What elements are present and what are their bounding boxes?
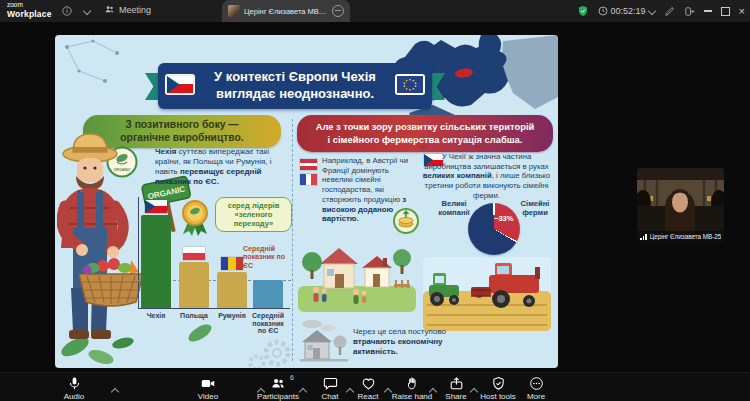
toolbar-audio-button[interactable]: Audio [44, 376, 104, 401]
hand-icon [405, 376, 420, 391]
footer-note: Через це села поступово втрачають економ… [353, 327, 471, 357]
tab-meeting[interactable]: Meeting [104, 4, 151, 15]
toolbar-raise-hand-chevron[interactable] [430, 381, 436, 399]
annotate-pen-icon[interactable] [664, 6, 675, 17]
bar-1 [179, 262, 209, 308]
green-medal-icon [177, 198, 213, 236]
chart-x-axis [138, 308, 290, 309]
pl-flag-icon [183, 247, 205, 260]
active-meeting-tab[interactable]: Церінг Єлизавета МВ-25001м's : [222, 0, 350, 22]
toolbar-video-chevron[interactable] [258, 381, 264, 399]
participant-video-tile[interactable]: Церінг Єлизавета МВ-25001м [637, 168, 724, 242]
toolbar-react-chevron[interactable] [385, 381, 391, 399]
bar-0 [141, 215, 171, 308]
shared-screen-area: У контексті Європи Чехія виглядає неодно… [0, 22, 750, 372]
toolbar-audio-label: Audio [64, 392, 84, 401]
toolbar-chat-chevron[interactable] [347, 381, 353, 399]
toolbar-video-button[interactable]: Video [178, 376, 238, 401]
meeting-timer[interactable]: 00:52:19 [598, 6, 655, 16]
harvester-illustration [423, 257, 551, 335]
audio-level-icon [640, 233, 647, 240]
left-panel-body: Чехія суттєво випереджає такі країни, як… [155, 147, 288, 187]
toolbar-participants-chevron[interactable] [300, 381, 306, 399]
share-icon [449, 376, 464, 391]
clock-icon [598, 6, 608, 16]
minimize-button[interactable] [704, 10, 712, 12]
toolbar-react-label: React [358, 392, 379, 401]
info-icon[interactable] [62, 6, 72, 16]
right-banner-line2: і сімейного фермерства ситуація слабша. [297, 134, 553, 146]
toolbar-share-label: Share [445, 392, 466, 401]
title-bar: zoom Workplace Meeting Церінг Єлизавета … [0, 0, 750, 22]
chat-icon [323, 376, 338, 391]
meeting-icon [104, 4, 115, 15]
toolbar-share-chevron[interactable] [471, 381, 477, 399]
toolbar-more-label: More [527, 392, 545, 401]
shield-icon [491, 376, 506, 391]
timer-chevron-icon [647, 7, 655, 15]
farm-ownership-pie-chart: ~33% [468, 203, 520, 255]
popout-icon[interactable] [684, 6, 695, 17]
vegetable-basket [79, 258, 143, 306]
family-village-illustration [298, 228, 416, 316]
camera-icon [200, 376, 216, 391]
presentation-slide: У контексті Європи Чехія виглядає неодно… [55, 35, 558, 368]
organic-bar-chart: серед лідерів «зеленого переходу» Середн… [135, 193, 293, 365]
participant-name-bar: Церінг Єлизавета МВ-25001м [637, 231, 724, 242]
zoom-workplace-window: zoom Workplace Meeting Церінг Єлизавета … [0, 0, 750, 401]
right-col2-body: У Чехії ж значна частина виробництва зал… [421, 152, 552, 201]
heart-icon [361, 376, 376, 391]
participants-count-badge: 6 [290, 374, 294, 381]
zoom-workplace-logo: zoom Workplace [7, 2, 52, 18]
cz-flag-icon [145, 200, 167, 213]
france-flag-icon [300, 174, 317, 185]
toolbar-chat-label: Chat [322, 392, 339, 401]
participants-icon: 6 [270, 376, 286, 391]
declining-village-icon [298, 316, 350, 366]
toolbar-participants-button[interactable]: 6Participants [248, 376, 308, 401]
bar-category-label: Польща [174, 312, 214, 320]
tab-avatar [228, 5, 240, 17]
workspace-chevron-icon[interactable] [84, 8, 90, 14]
maximize-button[interactable] [721, 7, 730, 16]
leader-bubble: серед лідерів «зеленого переходу» [215, 197, 292, 232]
more-icon [529, 376, 544, 391]
austria-flag-icon [300, 159, 317, 170]
participant-name: Церінг Єлизавета МВ-25001м [650, 233, 722, 240]
bar-category-label: Румунія [212, 312, 252, 320]
logo-line1: zoom [7, 2, 52, 9]
right-section-banner: Але з точки зору розвитку сільських тери… [297, 115, 553, 152]
tab-title: Церінг Єлизавета МВ-25001м's : [244, 7, 328, 16]
pie-value-label: ~33% [494, 214, 513, 223]
slide-title-banner: У контексті Європи Чехія виглядає неодно… [158, 63, 432, 109]
toolbar-audio-chevron[interactable] [112, 381, 118, 399]
logo-line2: Workplace [7, 10, 52, 19]
microphone-icon [67, 376, 82, 391]
slide-title-line2: виглядає неоднозначно. [198, 86, 392, 103]
toolbar-video-label: Video [198, 392, 218, 401]
meeting-tab-label: Meeting [119, 5, 151, 15]
chart-y-axis [138, 197, 139, 309]
bar-3 [253, 280, 283, 308]
ro-flag-icon [221, 257, 243, 270]
timer-value: 00:52:19 [611, 6, 646, 16]
slide-title-line1: У контексті Європи Чехія [198, 69, 392, 86]
pie-label-right: Сімейні ферми [515, 199, 555, 217]
pie-label-left: Великі компанії [431, 199, 477, 217]
bar-category-label: Чехія [136, 312, 176, 320]
collapse-tab-icon[interactable] [332, 5, 344, 17]
bar-category-label: Середній показник по ЄС [248, 312, 288, 335]
meeting-toolbar: AudioVideo6ParticipantsChatReactRaise ha… [0, 372, 750, 401]
czech-flag-icon [165, 74, 195, 95]
close-button[interactable]: × [739, 6, 745, 17]
eu-flag-icon [395, 74, 425, 95]
organic-badge-label: ORGANIC [114, 168, 131, 172]
bar-2 [217, 272, 247, 308]
toolbar-more-button[interactable]: More [506, 376, 566, 401]
eu-average-note: Середній показник по ЄС [243, 245, 295, 270]
security-shield-icon[interactable] [577, 5, 589, 17]
right-banner-line1: Але з точки зору розвитку сільських тери… [297, 121, 553, 133]
